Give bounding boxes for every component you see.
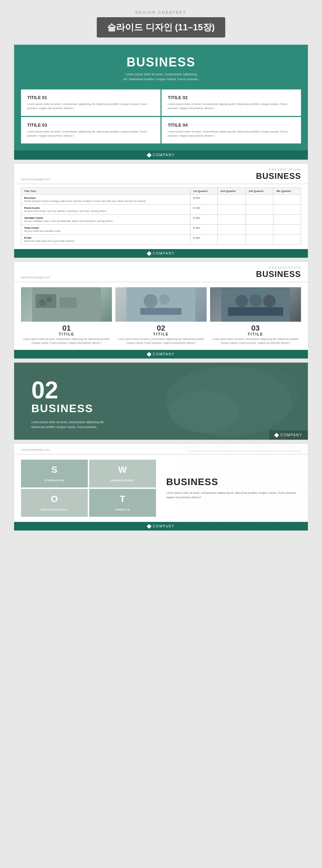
slide4-num: 02 bbox=[31, 378, 291, 402]
page-wrapper: DESIGN CHEATKEY 슬라이드 디자인 (11–15장) BUSINE… bbox=[0, 0, 322, 545]
diamond-icon-3 bbox=[147, 352, 152, 356]
diamond-icon-5 bbox=[147, 524, 152, 529]
slide2-website: www.homepage.com bbox=[21, 178, 50, 181]
row-fixed: Fixed Costs dd your fixed costs, such as… bbox=[21, 205, 190, 215]
diamond-icon-2 bbox=[147, 251, 152, 256]
swot-w: W WEAKNESSES bbox=[89, 460, 156, 487]
row-revenue: Revenue dd the product of your average s… bbox=[21, 195, 190, 205]
slide-2: www.homepage.com PRESENTATION BUSINESS T… bbox=[14, 163, 308, 258]
slide5-company: COMPaNY bbox=[153, 524, 175, 528]
slide3-images: 01 TITILE Lorem ipsum dolor sit amet, co… bbox=[14, 282, 308, 346]
table-row: Profit educt the total costs from your t… bbox=[21, 235, 301, 245]
slide1-top: BUSINESS Lorem ipsum dolor sit amet, con… bbox=[14, 45, 308, 88]
col-q4: 4th Quarter bbox=[273, 188, 301, 195]
slide1-title: BUSINESS bbox=[35, 55, 287, 69]
slide3-image-3 bbox=[210, 287, 301, 322]
item1-num: 01 bbox=[21, 324, 112, 332]
card2-text: Lorem ipsum dolor sit amet, consectetuer… bbox=[168, 102, 295, 110]
slide3-website: www.homepage.com bbox=[21, 276, 50, 279]
slide4-footer: COMPANY bbox=[269, 430, 308, 440]
swot-o-letter: O bbox=[25, 494, 84, 504]
table-row: Total Costs dd your fixed and variable c… bbox=[21, 225, 301, 235]
q1-revenue: $ 000 bbox=[190, 195, 217, 205]
item2-num: 02 bbox=[115, 324, 206, 332]
slide1-grid: TITILE 01 Lorem ipsum dolor sit amet, co… bbox=[14, 88, 308, 150]
diamond-icon-4 bbox=[274, 433, 279, 438]
slide2-table: Title Text 1st Quarter 2nd Quarter 3rd Q… bbox=[21, 187, 301, 245]
swot-s: S STRENGTHS bbox=[21, 460, 88, 487]
table-row: Fixed Costs dd your fixed costs, such as… bbox=[21, 205, 301, 215]
item1-title: TITILE bbox=[21, 332, 112, 336]
svg-point-7 bbox=[159, 294, 169, 304]
swot-w-label: WEAKNESSES bbox=[111, 479, 134, 482]
item1-desc: Lorem ipsum dolor sit amet, consectetuer… bbox=[21, 337, 112, 345]
card4-title: TITILE 04 bbox=[168, 122, 295, 128]
col-q3: 3rd Quarter bbox=[246, 188, 273, 195]
slide-3: www.homepage.com PRESENTATION BUSINESS bbox=[14, 261, 308, 359]
svg-rect-1 bbox=[35, 294, 56, 308]
item2-title: TITILE bbox=[115, 332, 206, 336]
swot-o-label: OPPORTUNITIES bbox=[41, 508, 68, 511]
table-row: Variable Costs dd your variable costs, s… bbox=[21, 215, 301, 225]
slide1-card-1: TITILE 01 Lorem ipsum dolor sit amet, co… bbox=[21, 89, 160, 116]
svg-rect-5 bbox=[126, 287, 195, 322]
svg-point-3 bbox=[39, 299, 46, 306]
slide1-company: COMPANY bbox=[153, 153, 175, 157]
slide-5: www.homepage.com S STRENGTHS W WEAKNESSE… bbox=[14, 443, 308, 531]
slide1-card-3: TITILE 03 Lorem ipsum dolor sit amet, co… bbox=[21, 117, 160, 143]
card3-text: Lorem ipsum dolor sit amet, consectetuer… bbox=[27, 130, 154, 138]
slide3-big-title: BUSINESS bbox=[256, 269, 301, 279]
slide3-company: COMPANY bbox=[153, 352, 175, 356]
svg-point-6 bbox=[144, 294, 157, 308]
svg-rect-8 bbox=[140, 308, 181, 315]
swot-s-letter: S bbox=[25, 464, 84, 475]
slide2-company: COMPANY bbox=[153, 251, 175, 255]
diamond-icon bbox=[147, 152, 152, 157]
slide3-image-1 bbox=[21, 287, 112, 322]
item3-num: 03 bbox=[210, 324, 301, 332]
card1-text: Lorem ipsum dolor sit amet, consectetuer… bbox=[27, 102, 154, 110]
card1-title: TITILE 01 bbox=[27, 95, 154, 100]
slide3-image-2 bbox=[115, 287, 206, 322]
slide3-item-3: 03 TITILE Lorem ipsum dolor sit amet, co… bbox=[210, 287, 301, 345]
slide4-desc: Lorem ipsum dolor sit amet, consectetuar… bbox=[31, 420, 135, 429]
swot-grid: S STRENGTHS W WEAKNESSES O OPPORTUNITIES… bbox=[21, 460, 156, 517]
slide5-bg-pattern bbox=[176, 444, 308, 531]
slide3-footer: COMPANY bbox=[14, 350, 308, 358]
slide2-presentation: PRESENTATION bbox=[256, 168, 301, 171]
slide3-title-area: PRESENTATION BUSINESS bbox=[256, 266, 301, 279]
slide1-card-4: TITILE 04 Lorem ipsum dolor sit amet, co… bbox=[162, 117, 301, 143]
swot-t-letter: T bbox=[93, 494, 152, 504]
svg-point-4 bbox=[46, 297, 52, 302]
svg-rect-2 bbox=[60, 298, 77, 308]
svg-rect-13 bbox=[228, 307, 283, 316]
slide4-company: COMPANY bbox=[280, 433, 302, 437]
swot-o: O OPPORTUNITIES bbox=[21, 489, 88, 517]
col-q2: 2nd Quarter bbox=[217, 188, 246, 195]
slide2-header: www.homepage.com PRESENTATION BUSINESS bbox=[14, 164, 308, 184]
row-profit: Profit educt the total costs from your t… bbox=[21, 235, 190, 245]
col-q1: 1st Quarter bbox=[190, 188, 217, 195]
item3-title: TITILE bbox=[210, 332, 301, 336]
slide-4: 02 BUSINESS Lorem ipsum dolor sit amet, … bbox=[14, 362, 308, 440]
row-total: Total Costs dd your fixed and variable c… bbox=[21, 225, 190, 235]
swot-w-letter: W bbox=[93, 464, 152, 475]
slide3-item-2: 02 TITILE Lorem ipsum dolor sit amet, co… bbox=[115, 287, 206, 345]
slide2-big-title: BUSINESS bbox=[256, 171, 301, 181]
swot-t-label: THREATS bbox=[115, 508, 130, 511]
slide1-footer: COMPANY bbox=[14, 150, 308, 160]
svg-point-12 bbox=[263, 295, 276, 307]
slide2-table-wrap: Title Text 1st Quarter 2nd Quarter 3rd Q… bbox=[14, 184, 308, 246]
swot-t: T THREATS bbox=[89, 489, 156, 517]
slide4-content: 02 BUSINESS Lorem ipsum dolor sit amet, … bbox=[14, 363, 308, 440]
col-title: Title Text bbox=[21, 188, 190, 195]
slide5-website: www.homepage.com bbox=[21, 448, 50, 451]
swot-s-label: STRENGTHS bbox=[44, 479, 64, 482]
slide4-title: BUSINESS bbox=[31, 402, 291, 415]
header-title: 슬라이드 디자인 (11–15장) bbox=[97, 17, 225, 37]
card2-title: TITILE 02 bbox=[168, 95, 295, 100]
header-subtitle: DESIGN CHEATKEY bbox=[14, 10, 308, 14]
slide3-presentation: PRESENTATION bbox=[256, 266, 301, 269]
svg-point-10 bbox=[236, 295, 248, 307]
slide3-header: www.homepage.com PRESENTATION BUSINESS bbox=[14, 262, 308, 282]
